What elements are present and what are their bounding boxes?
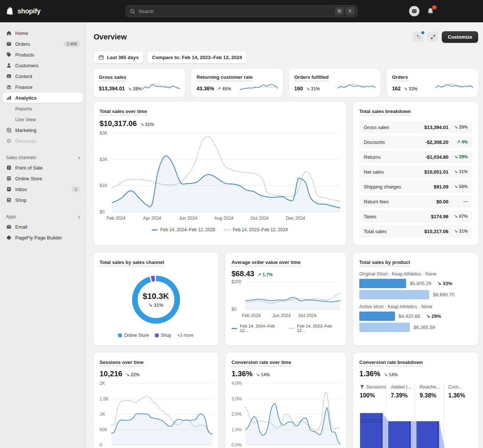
date-range-filter[interactable]: Last 365 days [94,51,143,63]
breakdown-row-shipping-charges[interactable]: Shipping charges$91.09↘ 58% [359,180,472,193]
sidebar-item-label: Inbox [15,187,27,192]
breakdown-row-value: $10,051.01 [424,169,448,175]
sidebar-item-inbox[interactable]: Inbox1 [3,184,83,194]
sidebar-item-email[interactable]: Email [3,222,83,232]
search-input[interactable]: Search ⌘ K [126,5,357,17]
sessions-line-chart[interactable]: 2K1.5K1K5000 [100,383,212,445]
calendar-icon [98,55,104,60]
sidebar-header-sales-channels: Sales channels› [6,154,80,162]
sales-by-product-title[interactable]: Total sales by product [359,260,410,267]
breakdown-row-value: $13,394.01 [424,125,448,130]
aov-line-chart[interactable]: $200$0Feb 2024Jun 2024Oct 2024 [231,282,340,319]
donut-legend-online-store[interactable]: Online Store [118,333,149,338]
sessions-delta: ↘ 22% [126,372,139,377]
product-previous-bar[interactable] [359,323,410,332]
sidebar-item-orders[interactable]: Orders2,406 [3,39,83,49]
breakdown-row-label: Shipping charges [364,184,434,190]
breakdown-row-return-fees[interactable]: Return fees$0.00— [359,195,472,208]
breakdown-row-discounts[interactable]: Discounts-$2,308.20↗ 4% [359,136,472,148]
legend-label: Shop [161,333,171,338]
total-sales-breakdown-card: Total sales breakdown Gross sales$13,394… [353,102,478,245]
compare-filter[interactable]: Compare to: Feb 14, 2023–Feb 12, 2024 [147,51,247,63]
donut-center: $10.3K ↘ 31% [128,272,184,328]
sidebar-item-online-store[interactable]: Online Store [3,173,83,184]
legend-label: +3 more [177,333,194,338]
kpi-title[interactable]: Orders [392,74,408,81]
breakdown-row-gross-sales[interactable]: Gross sales$13,394.01↘ 28% [359,121,472,133]
product-current-row: $5,805.29↘ 33% [359,279,472,288]
topbar-actions: 7 [409,0,434,22]
total-sales-line-chart[interactable]: $3K$2K$1K$0Feb 2024Apr 2024Jun 2024Aug 2… [100,133,340,221]
breakdown-row-taxes[interactable]: Taxes$174.96↘ 47% [359,210,472,223]
funnel-title[interactable]: Conversion rate breakdown [359,360,423,367]
notifications-button[interactable]: 7 [427,7,434,15]
breakdown-row-delta: ↘ 31% [448,229,468,234]
chevron-right-icon[interactable]: › [78,155,80,161]
sales-by-channel-title[interactable]: Total sales by sales channel [100,260,164,267]
sidebar-item-finance[interactable]: Finance [3,82,83,92]
shopify-logo[interactable]: shopify [6,6,40,16]
sidebar-item-reports[interactable]: Reports [3,103,83,114]
sidebar: HomeOrders2,406ProductsCustomersContentF… [0,22,86,448]
product-current-bar[interactable] [359,312,395,321]
product-current-bar[interactable] [359,279,406,288]
sidebar-item-label: Point of Sale [15,165,43,171]
home-icon [6,30,12,36]
kpi-title[interactable]: Returning customer rate [197,74,253,81]
donut-legend-shop[interactable]: Shop [155,333,171,338]
sidebar-item-content[interactable]: Content [3,71,83,81]
breakdown-row-total-sales[interactable]: Total sales$10,317.06↘ 31% [359,225,472,238]
aov-legend-current[interactable]: Feb 14, 2024–Feb 12... [231,324,283,333]
product-item-original-short-keap-athletics-none: Original Short · Keap Athletics · None$5… [359,271,472,299]
breakdown-title[interactable]: Total sales breakdown [359,109,411,116]
legend-previous-period[interactable]: Feb 14, 2023–Feb 12, 2024 [224,227,288,232]
kpi-title[interactable]: Gross sales [99,74,126,81]
customize-button[interactable]: Customize [442,31,478,43]
conversion-title[interactable]: Conversion rate over time [231,360,291,367]
product-label: Active short · Keap Athletics · None [359,304,472,309]
sales-by-channel-donut[interactable]: $10.3K ↘ 31% [128,272,184,328]
sidebar-item-live-view[interactable]: Live View [3,114,83,125]
aov-title[interactable]: Average order value over time [231,260,301,267]
legend-current-period[interactable]: Feb 14, 2024–Feb 12, 2025 [152,227,215,232]
breakdown-row-delta: ↗ 4% [448,139,468,145]
conversion-line-chart[interactable]: 4.0%3.0%2.0%1.0%0.0% [231,383,340,445]
date-range-label: Last 365 days [107,55,139,60]
breakdown-row-net-sales[interactable]: Net sales$10,051.01↘ 31% [359,165,472,178]
breakdown-row-label: Total sales [364,229,424,234]
sidebar-item-customers[interactable]: Customers [3,60,83,71]
kpi-title[interactable]: Orders fulfilled [294,74,328,81]
donut-legend-3-more[interactable]: +3 more [177,333,194,338]
funnel-step-name: Added t... [391,384,412,390]
product-previous-row: $6,265.59 [359,323,472,332]
sessions-title[interactable]: Sessions over time [100,360,144,367]
funnel-step-label: Reache... [419,384,443,390]
sidebar-item-analytics[interactable]: Analytics [3,93,83,103]
magic-insights-button[interactable] [413,32,424,42]
total-sales-value: $10,317.06 [100,119,137,128]
sidebar-item-shop[interactable]: Shop [3,195,83,205]
logo-wordmark: shopify [17,7,40,15]
expand-fullscreen-button[interactable] [427,32,438,42]
kpi-card-gross-sales: Gross sales$13,394.01↘ 28% [94,69,185,97]
legend-swatch [155,333,159,337]
sidebar-item-discounts[interactable]: Discounts [3,136,83,146]
sidebar-item-home[interactable]: Home [3,28,83,38]
sidebar-item-products[interactable]: Products [3,49,83,60]
pos-icon [6,165,12,171]
sidebar-header-apps: Apps› [6,213,80,221]
breakdown-row-value: $91.09 [434,184,448,190]
chevron-right-icon[interactable]: › [78,214,80,220]
aov-legend-previous[interactable]: Feb 14, 2023–Feb 12... [289,324,340,333]
sidebar-item-point-of-sale[interactable]: Point of Sale [3,162,83,173]
store-avatar[interactable] [409,6,419,16]
sidebar-item-pagefly-page-builder[interactable]: PageFly Page Builder [3,232,83,243]
kpi-value: 43.36% [197,86,214,91]
sidebar-item-marketing[interactable]: Marketing [3,125,83,135]
legend-dotted-marker [289,328,294,329]
product-previous-bar[interactable] [359,290,429,299]
total-sales-chart-title[interactable]: Total sales over time [100,109,147,116]
filters-row: Last 365 days Compare to: Feb 14, 2023–F… [94,51,478,63]
main-content: Overview Customize Last 365 days Compare… [86,22,483,448]
breakdown-row-returns[interactable]: Returns-$1,034.80↘ 39% [359,151,472,163]
